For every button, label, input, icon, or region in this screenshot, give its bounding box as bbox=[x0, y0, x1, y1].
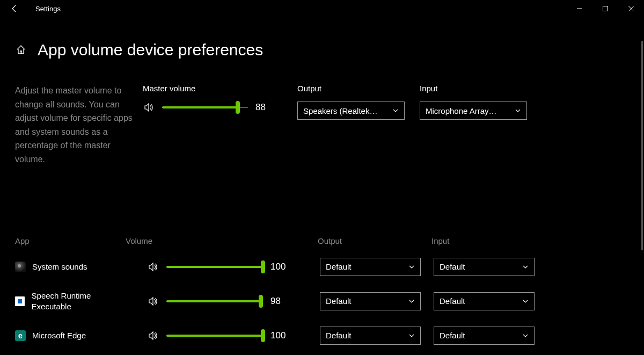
close-button[interactable] bbox=[618, 0, 644, 17]
app-input-dropdown[interactable]: Default bbox=[434, 327, 535, 345]
app-input-dropdown[interactable]: Default bbox=[434, 292, 535, 310]
app-volume-slider[interactable] bbox=[166, 262, 263, 272]
master-volume-slider[interactable] bbox=[162, 102, 248, 113]
app-input-value: Default bbox=[440, 331, 470, 340]
app-output-value: Default bbox=[326, 296, 356, 306]
speaker-icon[interactable] bbox=[147, 330, 159, 342]
chevron-down-icon bbox=[408, 264, 415, 270]
chevron-down-icon bbox=[522, 332, 529, 339]
titlebar: Settings bbox=[0, 0, 644, 17]
app-volume-value: 100 bbox=[270, 330, 289, 341]
app-output-dropdown[interactable]: Default bbox=[320, 292, 421, 310]
speaker-icon[interactable] bbox=[147, 295, 159, 307]
page-content: App volume device preferences Adjust the… bbox=[0, 17, 644, 355]
header-app: App bbox=[15, 236, 126, 245]
edge-icon: e bbox=[15, 330, 26, 341]
speech-runtime-icon bbox=[15, 296, 25, 306]
maximize-button[interactable] bbox=[592, 0, 618, 17]
system-sounds-icon bbox=[15, 262, 26, 272]
app-volume-value: 98 bbox=[270, 296, 289, 307]
app-volume-slider[interactable] bbox=[166, 330, 263, 341]
app-row: e Microsoft Edge 100 Default Default bbox=[15, 322, 629, 350]
header-input: Input bbox=[431, 236, 545, 245]
master-volume-label: Master volume bbox=[143, 84, 282, 93]
chevron-down-icon bbox=[392, 107, 399, 114]
speaker-icon[interactable] bbox=[147, 261, 159, 273]
page-title: App volume device preferences bbox=[38, 41, 263, 59]
master-output-label: Output bbox=[297, 84, 405, 93]
app-input-value: Default bbox=[440, 296, 470, 306]
minimize-button[interactable] bbox=[567, 0, 592, 17]
master-volume-value: 88 bbox=[255, 102, 274, 113]
app-output-value: Default bbox=[326, 331, 356, 340]
header-output: Output bbox=[318, 236, 431, 245]
chevron-down-icon bbox=[408, 332, 415, 339]
app-volume-value: 100 bbox=[270, 262, 289, 272]
app-name: Speech Runtime Executable bbox=[32, 291, 126, 311]
master-output-value: Speakers (Realtek… bbox=[303, 106, 382, 115]
window-title: Settings bbox=[35, 5, 61, 13]
app-output-dropdown[interactable]: Default bbox=[320, 258, 421, 276]
app-row: Speech Runtime Executable 98 Default Def… bbox=[15, 287, 629, 315]
chevron-down-icon bbox=[515, 107, 521, 114]
app-row: System sounds 100 Default Default bbox=[15, 253, 629, 281]
chevron-down-icon bbox=[522, 298, 529, 305]
home-icon[interactable] bbox=[15, 44, 27, 56]
scrollbar[interactable] bbox=[641, 41, 643, 250]
svg-rect-1 bbox=[603, 6, 608, 11]
app-name: System sounds bbox=[32, 262, 87, 272]
app-volume-slider[interactable] bbox=[166, 296, 263, 307]
master-input-dropdown[interactable]: Microphone Array… bbox=[420, 102, 527, 120]
app-name: Microsoft Edge bbox=[32, 330, 86, 341]
speaker-icon[interactable] bbox=[143, 102, 155, 113]
app-input-value: Default bbox=[440, 262, 470, 271]
master-input-label: Input bbox=[420, 84, 527, 93]
chevron-down-icon bbox=[408, 298, 415, 305]
chevron-down-icon bbox=[522, 264, 529, 270]
app-list-section: App Volume Output Input System sounds 10… bbox=[15, 236, 629, 350]
description-text: Adjust the master volume to change all s… bbox=[15, 84, 143, 166]
header-volume: Volume bbox=[126, 236, 318, 245]
window-controls bbox=[567, 0, 644, 17]
app-output-dropdown[interactable]: Default bbox=[320, 327, 421, 345]
master-output-dropdown[interactable]: Speakers (Realtek… bbox=[297, 102, 405, 120]
back-button[interactable] bbox=[9, 3, 20, 15]
app-output-value: Default bbox=[326, 262, 356, 271]
master-section: Adjust the master volume to change all s… bbox=[15, 84, 629, 166]
master-input-value: Microphone Array… bbox=[426, 106, 501, 115]
app-input-dropdown[interactable]: Default bbox=[434, 258, 535, 276]
